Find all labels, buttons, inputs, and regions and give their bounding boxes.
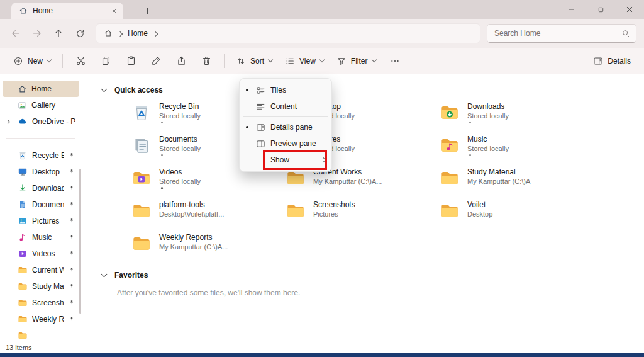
minimize-button[interactable] bbox=[557, 0, 586, 19]
more-options-button[interactable] bbox=[383, 51, 407, 71]
sidebar-item-desktop[interactable]: Desktop bbox=[3, 164, 79, 180]
tile-sublabel: Desktop\Voilet\platf... bbox=[159, 210, 224, 218]
new-button[interactable]: New bbox=[8, 51, 57, 71]
rename-button[interactable] bbox=[144, 51, 168, 71]
tab-title: Home bbox=[33, 6, 103, 15]
view-menu-item-tiles[interactable]: Tiles bbox=[240, 82, 331, 98]
picture-icon bbox=[18, 216, 28, 226]
sidebar-item-home[interactable]: Home bbox=[3, 81, 79, 97]
tile-sublabel: Stored locally bbox=[159, 111, 201, 120]
tile-music[interactable]: Music Stored locally bbox=[439, 135, 593, 167]
download-arrow-icon bbox=[18, 183, 28, 193]
tile-platform-tools[interactable]: platform-tools Desktop\Voilet\platf... bbox=[131, 200, 285, 233]
search-input[interactable] bbox=[494, 29, 621, 38]
search-box[interactable] bbox=[487, 24, 636, 43]
tile-weekly-reports[interactable]: Weekly Reports My Kamputtar (C:\)A... bbox=[131, 233, 285, 266]
refresh-button[interactable] bbox=[69, 23, 91, 44]
sidebar-item-onedrive[interactable]: OneDrive - Pers bbox=[3, 113, 79, 130]
view-menu-item-show[interactable]: Show bbox=[240, 152, 331, 168]
sidebar-divider bbox=[6, 138, 75, 139]
sidebar-item-label: Videos bbox=[32, 249, 64, 258]
plus-circle-icon bbox=[13, 56, 23, 66]
title-bar: Home bbox=[0, 0, 644, 19]
breadcrumb[interactable]: Home bbox=[96, 23, 480, 43]
view-menu-item-details-pane[interactable]: Details pane bbox=[240, 119, 331, 135]
tile-videos[interactable]: Videos Stored locally bbox=[131, 167, 285, 200]
toolbar-separator bbox=[224, 54, 225, 68]
sidebar-item-documents[interactable]: Documents bbox=[3, 196, 79, 213]
sidebar-item-label: Recycle Bin bbox=[32, 151, 64, 160]
folder-icon bbox=[18, 265, 28, 275]
pin-icon bbox=[467, 121, 473, 127]
view-menu-item-preview-pane[interactable]: Preview pane bbox=[240, 135, 331, 152]
tile-downloads[interactable]: Downloads Stored locally bbox=[439, 102, 593, 135]
details-pane-button[interactable]: Details bbox=[587, 51, 636, 71]
new-button-label: New bbox=[28, 57, 43, 65]
view-button[interactable]: View bbox=[279, 51, 330, 71]
sidebar-item-videos[interactable]: Videos bbox=[3, 246, 79, 262]
sidebar-item-current-works[interactable]: Current Worl bbox=[3, 262, 79, 278]
chevron-right-icon[interactable] bbox=[153, 31, 158, 36]
cut-button[interactable] bbox=[69, 51, 92, 71]
file-list-area: Quick access Recycle Bin Stored locally … bbox=[82, 74, 644, 341]
sort-arrows-icon bbox=[236, 56, 246, 66]
sidebar-item-music[interactable]: Music bbox=[3, 229, 79, 246]
close-window-button[interactable] bbox=[615, 0, 644, 19]
sidebar-scrollbar[interactable] bbox=[79, 169, 81, 314]
tile-sublabel: My Kamputtar (C:\)A... bbox=[159, 242, 228, 251]
tile-voilet[interactable]: Voilet Desktop bbox=[439, 200, 593, 233]
sidebar-item-partial[interactable] bbox=[3, 327, 79, 341]
tab-close-button[interactable] bbox=[108, 5, 119, 16]
pin-icon bbox=[69, 300, 75, 306]
back-button[interactable] bbox=[5, 23, 26, 44]
sidebar-item-study-material[interactable]: Study Materi bbox=[3, 278, 79, 295]
sidebar-item-pictures[interactable]: Pictures bbox=[3, 213, 79, 229]
chevron-right-icon[interactable] bbox=[6, 119, 10, 123]
tile-current-works[interactable]: Current Works My Kamputtar (C:\)A... bbox=[285, 167, 439, 200]
tile-study-material[interactable]: Study Material My Kamputtar (C:\)A bbox=[439, 167, 593, 200]
sort-button[interactable]: Sort bbox=[230, 51, 278, 71]
sidebar-item-screenshots[interactable]: Screenshots bbox=[3, 295, 79, 311]
copy-button[interactable] bbox=[94, 51, 118, 71]
up-button[interactable] bbox=[48, 23, 69, 44]
sidebar-item-weekly-reports[interactable]: Weekly Reports bbox=[3, 311, 79, 327]
view-menu-item-content[interactable]: Content bbox=[240, 98, 331, 115]
toolbar-separator bbox=[62, 54, 63, 68]
tile-screenshots[interactable]: Screenshots Pictures bbox=[285, 200, 439, 233]
pin-icon bbox=[467, 154, 473, 159]
chevron-right-icon[interactable] bbox=[118, 31, 123, 36]
chevron-down-icon[interactable] bbox=[101, 86, 108, 93]
search-icon bbox=[621, 29, 630, 38]
pin-icon bbox=[159, 186, 165, 192]
home-icon bbox=[104, 29, 113, 38]
sort-button-label: Sort bbox=[250, 57, 264, 65]
maximize-button[interactable] bbox=[586, 0, 615, 19]
navigation-bar: Home bbox=[0, 19, 644, 48]
share-button[interactable] bbox=[169, 51, 193, 71]
pin-icon bbox=[69, 316, 75, 322]
sidebar-item-gallery[interactable]: Gallery bbox=[3, 97, 79, 113]
menu-item-label: Content bbox=[270, 102, 325, 111]
clipboard-icon bbox=[126, 55, 136, 66]
breadcrumb-home[interactable]: Home bbox=[128, 29, 148, 38]
favorites-header[interactable]: Favorites bbox=[102, 271, 148, 280]
scissors-icon bbox=[75, 55, 86, 66]
sidebar-item-label: Desktop bbox=[32, 167, 64, 176]
tile-sublabel: Pictures bbox=[313, 210, 355, 218]
new-tab-button[interactable] bbox=[141, 4, 153, 17]
quick-access-header[interactable]: Quick access bbox=[102, 86, 163, 94]
forward-button[interactable] bbox=[26, 23, 48, 44]
filter-button[interactable]: Filter bbox=[331, 51, 382, 71]
sidebar-item-recycle-bin[interactable]: Recycle Bin bbox=[3, 147, 79, 164]
chevron-down-icon bbox=[371, 57, 376, 62]
tile-name: platform-tools bbox=[159, 200, 224, 210]
delete-button[interactable] bbox=[194, 51, 218, 71]
chevron-down-icon[interactable] bbox=[101, 271, 108, 278]
maximize-icon bbox=[597, 6, 604, 13]
paste-button[interactable] bbox=[119, 51, 143, 71]
sidebar-item-downloads[interactable]: Downloads bbox=[3, 180, 79, 196]
explorer-tab[interactable]: Home bbox=[11, 3, 123, 19]
tile-name: Videos bbox=[159, 167, 201, 177]
folder-icon bbox=[18, 314, 28, 324]
onedrive-cloud-icon bbox=[18, 116, 28, 127]
